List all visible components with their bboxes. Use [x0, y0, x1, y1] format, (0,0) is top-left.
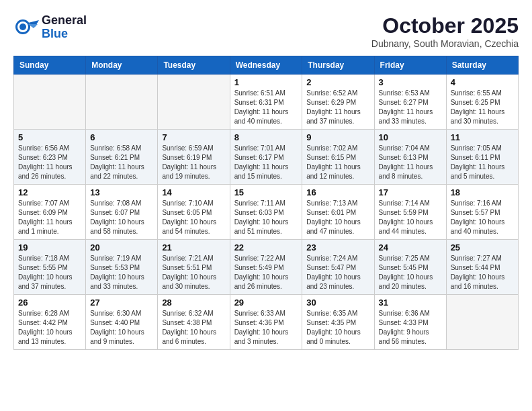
calendar-cell: 16Sunrise: 7:13 AM Sunset: 6:01 PM Dayli…	[302, 185, 374, 240]
day-number: 10	[379, 132, 442, 142]
calendar-cell: 14Sunrise: 7:10 AM Sunset: 6:05 PM Dayli…	[158, 185, 230, 240]
location-subtitle: Dubnany, South Moravian, Czechia	[371, 38, 519, 49]
month-title: October 2025	[371, 13, 519, 38]
day-number: 31	[379, 298, 442, 308]
logo: General Blue	[13, 13, 87, 42]
day-number: 8	[234, 132, 298, 142]
day-info: Sunrise: 7:25 AM Sunset: 5:45 PM Dayligh…	[379, 254, 442, 291]
day-info: Sunrise: 7:13 AM Sunset: 6:01 PM Dayligh…	[306, 199, 369, 236]
day-number: 15	[234, 187, 298, 197]
day-number: 26	[18, 298, 81, 308]
day-info: Sunrise: 7:19 AM Sunset: 5:53 PM Dayligh…	[90, 254, 153, 291]
day-number: 19	[18, 242, 81, 253]
calendar-cell: 17Sunrise: 7:14 AM Sunset: 5:59 PM Dayli…	[374, 185, 446, 240]
calendar-cell: 27Sunrise: 6:30 AM Sunset: 4:40 PM Dayli…	[86, 295, 158, 350]
day-info: Sunrise: 7:10 AM Sunset: 6:05 PM Dayligh…	[162, 199, 225, 236]
day-number: 22	[234, 242, 298, 253]
calendar-cell	[158, 75, 230, 130]
day-number: 4	[451, 77, 514, 87]
day-number: 14	[162, 187, 225, 197]
calendar-cell: 28Sunrise: 6:32 AM Sunset: 4:38 PM Dayli…	[158, 295, 230, 350]
calendar-cell: 15Sunrise: 7:11 AM Sunset: 6:03 PM Dayli…	[230, 185, 302, 240]
calendar-cell: 23Sunrise: 7:24 AM Sunset: 5:47 PM Dayli…	[302, 240, 374, 295]
week-row-4: 19Sunrise: 7:18 AM Sunset: 5:55 PM Dayli…	[14, 240, 519, 295]
calendar-cell: 8Sunrise: 7:01 AM Sunset: 6:17 PM Daylig…	[230, 130, 302, 185]
day-number: 3	[379, 77, 442, 87]
day-number: 7	[162, 132, 225, 142]
weekday-header-monday: Monday	[86, 56, 158, 75]
calendar-cell: 19Sunrise: 7:18 AM Sunset: 5:55 PM Dayli…	[14, 240, 86, 295]
day-info: Sunrise: 7:02 AM Sunset: 6:15 PM Dayligh…	[306, 144, 369, 181]
calendar-cell	[446, 295, 518, 350]
day-number: 29	[234, 298, 298, 308]
calendar-cell: 18Sunrise: 7:16 AM Sunset: 5:57 PM Dayli…	[446, 185, 518, 240]
day-info: Sunrise: 6:53 AM Sunset: 6:27 PM Dayligh…	[379, 89, 442, 126]
day-info: Sunrise: 7:14 AM Sunset: 5:59 PM Dayligh…	[379, 199, 442, 236]
calendar-cell: 21Sunrise: 7:21 AM Sunset: 5:51 PM Dayli…	[158, 240, 230, 295]
calendar-cell: 26Sunrise: 6:28 AM Sunset: 4:42 PM Dayli…	[14, 295, 86, 350]
day-number: 25	[451, 242, 514, 253]
day-number: 2	[306, 77, 369, 87]
calendar-cell: 29Sunrise: 6:33 AM Sunset: 4:36 PM Dayli…	[230, 295, 302, 350]
day-number: 16	[306, 187, 369, 197]
calendar-cell: 25Sunrise: 7:27 AM Sunset: 5:44 PM Dayli…	[446, 240, 518, 295]
title-block: October 2025 Dubnany, South Moravian, Cz…	[371, 13, 519, 49]
calendar-cell: 3Sunrise: 6:53 AM Sunset: 6:27 PM Daylig…	[374, 75, 446, 130]
day-number: 27	[90, 298, 153, 308]
calendar-cell: 9Sunrise: 7:02 AM Sunset: 6:15 PM Daylig…	[302, 130, 374, 185]
calendar-cell: 12Sunrise: 7:07 AM Sunset: 6:09 PM Dayli…	[14, 185, 86, 240]
day-number: 12	[18, 187, 81, 197]
weekday-header-sunday: Sunday	[14, 56, 86, 75]
calendar-cell: 30Sunrise: 6:35 AM Sunset: 4:35 PM Dayli…	[302, 295, 374, 350]
weekday-header-saturday: Saturday	[446, 56, 518, 75]
day-info: Sunrise: 6:32 AM Sunset: 4:38 PM Dayligh…	[162, 309, 225, 347]
day-info: Sunrise: 6:36 AM Sunset: 4:33 PM Dayligh…	[379, 309, 442, 347]
logo-icon	[13, 13, 39, 39]
calendar-cell: 24Sunrise: 7:25 AM Sunset: 5:45 PM Dayli…	[374, 240, 446, 295]
logo-blue: Blue	[42, 28, 87, 41]
weekday-header-friday: Friday	[374, 56, 446, 75]
calendar-cell: 10Sunrise: 7:04 AM Sunset: 6:13 PM Dayli…	[374, 130, 446, 185]
weekday-header-row: SundayMondayTuesdayWednesdayThursdayFrid…	[14, 56, 519, 75]
calendar-cell: 5Sunrise: 6:56 AM Sunset: 6:23 PM Daylig…	[14, 130, 86, 185]
day-info: Sunrise: 6:35 AM Sunset: 4:35 PM Dayligh…	[306, 309, 369, 347]
day-number: 18	[451, 187, 514, 197]
page-header: General Blue October 2025 Dubnany, South…	[13, 13, 519, 49]
day-info: Sunrise: 7:05 AM Sunset: 6:11 PM Dayligh…	[451, 144, 514, 181]
day-number: 21	[162, 242, 225, 253]
day-number: 28	[162, 298, 225, 308]
day-info: Sunrise: 6:59 AM Sunset: 6:19 PM Dayligh…	[162, 144, 225, 181]
weekday-header-wednesday: Wednesday	[230, 56, 302, 75]
logo-general: General	[42, 14, 87, 28]
day-info: Sunrise: 6:52 AM Sunset: 6:29 PM Dayligh…	[306, 89, 369, 126]
weekday-header-tuesday: Tuesday	[158, 56, 230, 75]
calendar-cell: 7Sunrise: 6:59 AM Sunset: 6:19 PM Daylig…	[158, 130, 230, 185]
day-number: 30	[306, 298, 369, 308]
day-number: 5	[18, 132, 81, 142]
day-info: Sunrise: 7:04 AM Sunset: 6:13 PM Dayligh…	[379, 144, 442, 181]
day-number: 6	[90, 132, 153, 142]
week-row-3: 12Sunrise: 7:07 AM Sunset: 6:09 PM Dayli…	[14, 185, 519, 240]
calendar-cell: 13Sunrise: 7:08 AM Sunset: 6:07 PM Dayli…	[86, 185, 158, 240]
day-info: Sunrise: 7:11 AM Sunset: 6:03 PM Dayligh…	[234, 199, 298, 236]
day-info: Sunrise: 6:30 AM Sunset: 4:40 PM Dayligh…	[90, 309, 153, 347]
day-number: 23	[306, 242, 369, 253]
calendar-cell: 4Sunrise: 6:55 AM Sunset: 6:25 PM Daylig…	[446, 75, 518, 130]
weekday-header-thursday: Thursday	[302, 56, 374, 75]
calendar-table: SundayMondayTuesdayWednesdayThursdayFrid…	[13, 56, 519, 350]
calendar-cell	[14, 75, 86, 130]
day-info: Sunrise: 6:51 AM Sunset: 6:31 PM Dayligh…	[234, 89, 298, 126]
calendar-cell: 1Sunrise: 6:51 AM Sunset: 6:31 PM Daylig…	[230, 75, 302, 130]
day-number: 17	[379, 187, 442, 197]
day-number: 1	[234, 77, 298, 87]
week-row-1: 1Sunrise: 6:51 AM Sunset: 6:31 PM Daylig…	[14, 75, 519, 130]
week-row-2: 5Sunrise: 6:56 AM Sunset: 6:23 PM Daylig…	[14, 130, 519, 185]
day-info: Sunrise: 7:27 AM Sunset: 5:44 PM Dayligh…	[451, 254, 514, 291]
day-info: Sunrise: 6:28 AM Sunset: 4:42 PM Dayligh…	[18, 309, 81, 347]
calendar-cell: 2Sunrise: 6:52 AM Sunset: 6:29 PM Daylig…	[302, 75, 374, 130]
day-info: Sunrise: 6:33 AM Sunset: 4:36 PM Dayligh…	[234, 309, 298, 347]
day-info: Sunrise: 7:16 AM Sunset: 5:57 PM Dayligh…	[451, 199, 514, 236]
calendar-cell: 11Sunrise: 7:05 AM Sunset: 6:11 PM Dayli…	[446, 130, 518, 185]
calendar-cell: 22Sunrise: 7:22 AM Sunset: 5:49 PM Dayli…	[230, 240, 302, 295]
day-number: 24	[379, 242, 442, 253]
